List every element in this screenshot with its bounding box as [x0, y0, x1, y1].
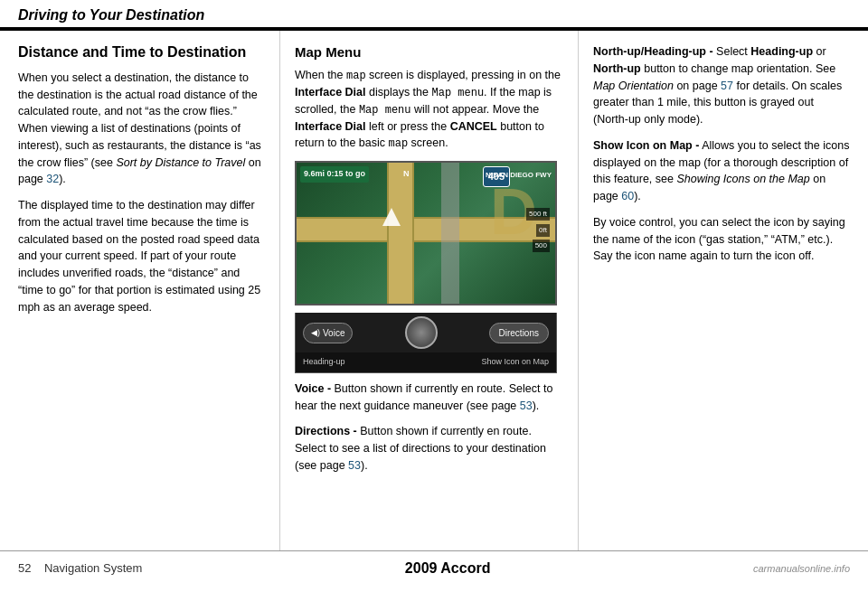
- map-show-icon-label[interactable]: Show Icon on Map: [481, 356, 549, 369]
- map-road-vertical2: [441, 163, 459, 304]
- map-compass: N: [403, 168, 410, 181]
- footer-nav-system: Navigation System: [44, 561, 142, 575]
- map-road-name: N/SAN DIEGO FWY: [486, 170, 552, 181]
- middle-intro: When the map screen is displayed, pressi…: [295, 67, 563, 153]
- middle-section-title: Map Menu: [295, 43, 563, 61]
- col-middle: Map Menu When the map screen is displaye…: [280, 31, 579, 550]
- col-right: North-up/Heading-up - Select Heading-up …: [579, 31, 868, 550]
- map-controls: ◀) Voice Directions Heading-up Show Icon…: [295, 313, 557, 373]
- footer-car-model: 2009 Accord: [405, 560, 491, 577]
- content-area: Distance and Time to Destination When yo…: [0, 31, 868, 550]
- map-display: D 9.6mi 0:15 to go 405 N/SAN DIEGO FWY N…: [295, 161, 557, 305]
- page-number: 52: [18, 561, 31, 575]
- page-header: Driving to Your Destination: [0, 0, 868, 29]
- left-para1: When you select a destination, the dista…: [18, 70, 265, 188]
- directions-description: Directions - Button shown if currently e…: [295, 423, 563, 474]
- page-footer: 52 Navigation System 2009 Accord carmanu…: [0, 550, 868, 585]
- map-voice-btn[interactable]: ◀) Voice: [303, 323, 353, 343]
- voice-btn-label: Voice: [323, 326, 344, 340]
- show-icon-para: Show Icon on Map - Allows you to select …: [593, 137, 850, 205]
- left-para2: The displayed time to the destination ma…: [18, 197, 265, 315]
- map-interface-dial[interactable]: [405, 316, 438, 349]
- map-scale-3: 500: [533, 240, 550, 252]
- north-up-para: North-up/Heading-up - Select Heading-up …: [593, 43, 850, 128]
- map-direction-arrow: [382, 208, 401, 226]
- map-scale-1: 500 ft: [526, 208, 550, 221]
- voice-control-para: By voice control, you can select the ico…: [593, 214, 850, 265]
- map-road-vertical: [387, 163, 414, 304]
- left-section-title: Distance and Time to Destination: [18, 43, 265, 62]
- map-scale-2: 0ft: [536, 224, 550, 237]
- footer-watermark: carmanualsonline.info: [753, 563, 850, 574]
- map-heading-up-label[interactable]: Heading-up: [303, 356, 345, 369]
- col-left: Distance and Time to Destination When yo…: [0, 31, 280, 550]
- voice-description: Voice - Button shown if currently en rou…: [295, 381, 563, 415]
- footer-left: 52 Navigation System: [18, 561, 142, 575]
- map-distance-label: 9.6mi 0:15 to go: [300, 166, 369, 183]
- map-directions-btn[interactable]: Directions: [489, 323, 549, 343]
- page-title: Driving to Your Destination: [18, 7, 204, 23]
